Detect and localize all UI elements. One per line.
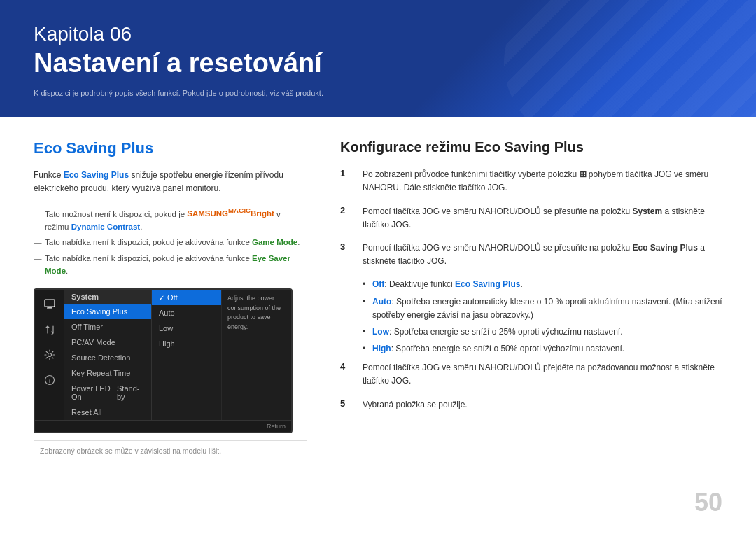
screen-mockup: i System Eco Saving Plus Off Timer PC/AV… xyxy=(34,288,293,433)
step-2: 2 Pomocí tlačítka JOG ve směru NAHORU/DO… xyxy=(340,205,722,232)
screen-inner: i System Eco Saving Plus Off Timer PC/AV… xyxy=(35,290,291,420)
svg-text:i: i xyxy=(49,378,50,384)
page-title: Nastavení a resetování xyxy=(34,48,722,80)
step-5-number: 5 xyxy=(340,398,354,412)
sub-item-low: Low xyxy=(152,321,221,336)
step-5-text: Vybraná položka se použije. xyxy=(363,398,468,412)
note-item-2: Tato nabídka není k dispozici, pokud je … xyxy=(34,236,307,248)
return-label: Return xyxy=(267,423,286,430)
step-4-number: 4 xyxy=(340,361,354,388)
menu-header: System xyxy=(64,290,151,304)
page-number: 50 xyxy=(694,488,722,517)
page-header: Kapitola 06 Nastavení a resetování K dis… xyxy=(0,0,756,117)
menu-item-reset-label: Reset All xyxy=(71,408,102,416)
main-content: Eco Saving Plus Funkce Eco Saving Plus s… xyxy=(0,117,756,469)
note-item-1: Tato možnost není k dispozici, pokud je … xyxy=(34,206,307,234)
bullet-auto-label: Auto xyxy=(372,297,391,307)
menu-item-keyrepeat-label: Key Repeat Time xyxy=(71,369,130,377)
sub-item-auto-label: Auto xyxy=(159,309,175,317)
svg-rect-2 xyxy=(47,308,52,309)
sub-item-off-label: Off xyxy=(167,293,177,302)
sub-item-off: ✓ Off xyxy=(152,290,221,305)
section-title-eco: Eco Saving Plus xyxy=(34,139,307,157)
step-4-text: Pomocí tlačítka JOG ve směru NAHORU/DOLŮ… xyxy=(363,361,722,388)
header-subtitle: K dispozici je podrobný popis všech funk… xyxy=(34,89,722,97)
footnote: − Zobrazený obrázek se může v závislosti… xyxy=(34,440,307,455)
notes-list: Tato možnost není k dispozici, pokud je … xyxy=(34,206,307,278)
sub-item-auto: Auto xyxy=(152,305,221,321)
eco-bold: Eco Saving Plus xyxy=(64,170,129,180)
menu-item-source: Source Detection xyxy=(64,350,151,365)
menu-item-powerled-label: Power LED On xyxy=(71,384,117,401)
step-3: 3 Pomocí tlačítka JOG ve směru NAHORU/DO… xyxy=(340,241,722,268)
sub-item-low-label: Low xyxy=(159,324,173,332)
right-section-title: Konfigurace režimu Eco Saving Plus xyxy=(340,139,722,155)
bullet-off-label: Off xyxy=(372,279,384,289)
screen-sidebar: i xyxy=(35,290,64,420)
intro-paragraph: Funkce Eco Saving Plus snižuje spotřebu … xyxy=(34,169,307,195)
samsung-bright: SAMSUNGMAGICBright xyxy=(187,209,274,218)
menu-item-source-label: Source Detection xyxy=(71,353,130,362)
menu-item-eco: Eco Saving Plus xyxy=(64,304,151,319)
menu-item-reset: Reset All xyxy=(64,405,151,420)
bullet-auto: Auto: Spotřeba energie automaticky klesn… xyxy=(363,295,722,322)
svg-point-3 xyxy=(48,353,52,357)
menu-item-offtimer-label: Off Timer xyxy=(71,323,103,331)
menu-item-pcav: PC/AV Mode xyxy=(64,335,151,350)
gear-sidebar-icon xyxy=(41,346,59,364)
step-2-number: 2 xyxy=(340,205,354,232)
step-3-number: 3 xyxy=(340,241,354,268)
bullet-high-label: High xyxy=(372,344,391,353)
menu-item-offtimer: Off Timer xyxy=(64,319,151,335)
sub-item-high-label: High xyxy=(159,339,175,348)
step-1: 1 Po zobrazení průvodce funkčními tlačít… xyxy=(340,168,722,195)
menu-item-keyrepeat: Key Repeat Time xyxy=(64,365,151,381)
screen-menu: System Eco Saving Plus Off Timer PC/AV M… xyxy=(64,290,151,420)
screen-info-panel: Adjust the power consumption of the prod… xyxy=(221,290,291,420)
step-3-text: Pomocí tlačítka JOG ve směru NAHORU/DOLŮ… xyxy=(363,241,722,268)
steps-list-2: 4 Pomocí tlačítka JOG ve směru NAHORU/DO… xyxy=(340,361,722,412)
game-mode: Game Mode xyxy=(252,238,298,246)
screen-info-text: Adjust the power consumption of the prod… xyxy=(227,294,286,332)
arrows-sidebar-icon xyxy=(41,321,59,339)
bullet-off-eco: Eco Saving Plus xyxy=(455,279,520,289)
screen-submenu: ✓ Off Auto Low High xyxy=(151,290,221,420)
steps-list: 1 Po zobrazení průvodce funkčními tlačít… xyxy=(340,168,722,268)
monitor-sidebar-icon xyxy=(41,295,59,314)
check-icon: ✓ xyxy=(159,294,164,302)
menu-item-pcav-label: PC/AV Mode xyxy=(71,338,115,346)
eye-saver-mode: Eye Saver Mode xyxy=(45,254,290,275)
bullet-high: High: Spotřeba energie se sníží o 50% op… xyxy=(363,342,722,356)
step-5: 5 Vybraná položka se použije. xyxy=(340,398,722,412)
screen-footer: Return xyxy=(35,420,291,432)
options-bullet-list: Off: Deaktivuje funkci Eco Saving Plus. … xyxy=(363,278,722,356)
dynamic-contrast: Dynamic Contrast xyxy=(71,223,140,231)
menu-item-powerled: Power LED On Stand-by xyxy=(64,381,151,405)
bullet-low: Low: Spotřeba energie se sníží o 25% opr… xyxy=(363,325,722,339)
menu-item-eco-label: Eco Saving Plus xyxy=(71,307,127,316)
svg-rect-0 xyxy=(45,300,55,307)
chapter-label: Kapitola 06 xyxy=(34,22,722,46)
svg-rect-1 xyxy=(48,307,52,308)
sub-item-high: High xyxy=(152,336,221,351)
note-item-3: Tato nabídka není k dispozici, pokud je … xyxy=(34,252,307,278)
step-2-text: Pomocí tlačítka JOG ve směru NAHORU/DOLŮ… xyxy=(363,205,722,232)
menu-item-powerled-value: Stand-by xyxy=(117,384,144,401)
info-sidebar-icon: i xyxy=(41,371,59,389)
right-column: Konfigurace režimu Eco Saving Plus 1 Po … xyxy=(340,139,722,455)
left-column: Eco Saving Plus Funkce Eco Saving Plus s… xyxy=(34,139,307,455)
step-4: 4 Pomocí tlačítka JOG ve směru NAHORU/DO… xyxy=(340,361,722,388)
bullet-off: Off: Deaktivuje funkci Eco Saving Plus. xyxy=(363,278,722,291)
step-1-number: 1 xyxy=(340,168,354,195)
bullet-low-label: Low xyxy=(372,327,389,337)
step-1-text: Po zobrazení průvodce funkčními tlačítky… xyxy=(363,168,722,195)
